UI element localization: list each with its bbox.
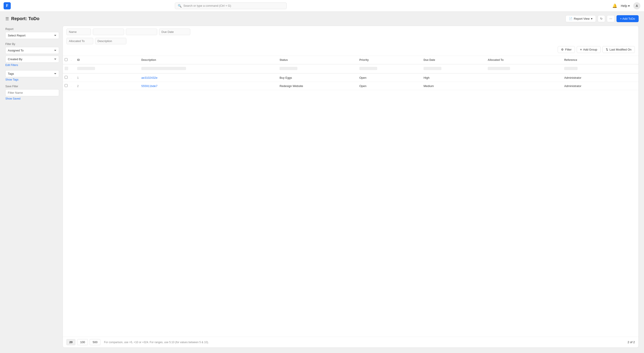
filter-button[interactable]: ⚙ Filter <box>558 46 575 53</box>
row-dot: . <box>70 82 74 90</box>
navbar-right: 🔔 Help ▾ A <box>612 2 640 10</box>
chevron-down-icon: ▾ <box>591 17 592 20</box>
show-tags-link[interactable]: Show Tags <box>5 78 18 81</box>
add-group-button[interactable]: ≡ Add Group <box>577 46 600 53</box>
table-row: . 2 555911bde7 Redesign Website Open Med… <box>63 82 638 90</box>
help-button[interactable]: Help ▾ <box>621 4 630 8</box>
footer-count: 2 of 2 <box>628 340 635 344</box>
refresh-icon: ↻ <box>600 17 603 20</box>
page-actions: 📄 Report View ▾ ↻ ⋯ + Add ToDo <box>566 15 639 22</box>
app-logo[interactable]: F <box>4 2 11 10</box>
filter-name-input[interactable] <box>5 89 59 96</box>
row-reference <box>624 73 638 82</box>
row-id-cell[interactable]: 555911bde7 <box>139 82 277 90</box>
col2-filter-input[interactable] <box>93 29 124 35</box>
row-num-cell: 1 <box>74 73 139 82</box>
table-toolbar: ⚙ Filter ≡ Add Group ⇅ Last Modified On <box>63 26 638 56</box>
table-row: . 1 ae3102432e Buy Eggs Open High Admini… <box>63 73 638 82</box>
add-group-label: Add Group <box>583 48 597 51</box>
avatar-letter: A <box>636 4 638 8</box>
edit-filters-link[interactable]: Edit Filters <box>5 64 18 67</box>
row-id-cell[interactable]: ae3102432e <box>139 73 277 82</box>
table-header-row: . ID Description Status Priority Due Dat… <box>63 56 638 64</box>
row-checkbox-cell <box>63 82 70 90</box>
footer-hint: For comparison, use >5, <10 or =324. For… <box>104 341 209 344</box>
page: ☰ Report: ToDo 📄 Report View ▾ ↻ ⋯ + Add… <box>0 12 644 353</box>
due-date-filter-input[interactable] <box>159 29 190 35</box>
report-view-label: Report View <box>574 17 590 20</box>
avatar[interactable]: A <box>633 2 640 10</box>
bell-icon[interactable]: 🔔 <box>612 3 617 8</box>
row-reference <box>624 82 638 90</box>
main-content: Report Select Report Filter By Assigned … <box>0 26 644 353</box>
header-priority: Priority <box>357 56 421 64</box>
assigned-to-dropdown[interactable]: Assigned To <box>5 47 59 54</box>
search-bar[interactable]: 🔍 Search or type a command (Ctrl + G) <box>175 3 287 9</box>
sidebar-tags-section: Tags Show Tags <box>5 70 59 81</box>
page-size-20-button[interactable]: 20 <box>66 339 75 345</box>
sidebar-toggle-icon[interactable]: ☰ <box>5 16 9 21</box>
header-description: Description <box>139 56 277 64</box>
row-allocated-to: Administrator <box>562 73 624 82</box>
page-size-100-button[interactable]: 100 <box>77 339 88 345</box>
sidebar-filter-section: Filter By Assigned To Created By Edit Fi… <box>5 43 59 67</box>
report-view-button[interactable]: 📄 Report View ▾ <box>566 15 596 22</box>
page-header: ☰ Report: ToDo 📄 Report View ▾ ↻ ⋯ + Add… <box>0 12 644 26</box>
last-modified-button[interactable]: ⇅ Last Modified On <box>602 46 635 53</box>
add-todo-button[interactable]: + Add ToDo <box>616 15 639 22</box>
row-status: Open <box>357 82 421 90</box>
sort-icon: ⇅ <box>606 48 608 51</box>
select-all-checkbox[interactable] <box>64 58 68 61</box>
header-allocated-to: Allocated To <box>485 56 562 64</box>
row-priority: Medium <box>421 82 485 90</box>
header-id: ID <box>74 56 139 64</box>
row-num-cell: 2 <box>74 82 139 90</box>
header-status: Status <box>277 56 357 64</box>
header-due-date: Due Date <box>421 56 485 64</box>
sidebar: Report Select Report Filter By Assigned … <box>5 26 59 348</box>
description-filter-input[interactable] <box>95 38 126 44</box>
row-description: Redesign Website <box>277 82 357 90</box>
row-due-date <box>485 82 562 90</box>
header-reference: Reference <box>562 56 624 64</box>
filter-label: Filter <box>565 48 572 51</box>
refresh-button[interactable]: ↻ <box>598 15 605 22</box>
page-title: Report: ToDo <box>11 16 39 21</box>
row-allocated-to: Administrator <box>562 82 624 90</box>
chevron-down-icon: ▾ <box>628 4 630 8</box>
filter-icon: ⚙ <box>561 48 564 51</box>
name-filter-input[interactable] <box>66 29 91 35</box>
row-checkbox-cell <box>63 73 70 82</box>
skeleton-row <box>63 64 638 73</box>
navbar: F 🔍 Search or type a command (Ctrl + G) … <box>0 0 644 12</box>
more-icon: ⋯ <box>609 17 612 20</box>
report-icon: 📄 <box>569 17 572 20</box>
help-label: Help <box>621 4 627 8</box>
row-due-date <box>485 73 562 82</box>
todo-table: . ID Description Status Priority Due Dat… <box>63 56 638 90</box>
filter-by-label: Filter By <box>5 43 59 46</box>
search-icon: 🔍 <box>178 4 182 8</box>
show-saved-link[interactable]: Show Saved <box>5 97 20 100</box>
add-todo-label: + Add ToDo <box>620 17 635 20</box>
created-by-dropdown[interactable]: Created By <box>5 56 59 63</box>
row-checkbox[interactable] <box>64 76 68 79</box>
tags-dropdown[interactable]: Tags <box>5 70 59 77</box>
last-modified-label: Last Modified On <box>610 48 632 51</box>
page-size-500-button[interactable]: 500 <box>90 339 100 345</box>
header-checkbox-cell <box>63 56 70 64</box>
header-dot-cell: . <box>70 56 74 64</box>
col3-filter-input[interactable] <box>126 29 157 35</box>
select-report-dropdown[interactable]: Select Report <box>5 32 59 39</box>
sidebar-save-filter-section: Save Filter Show Saved <box>5 85 59 100</box>
row-checkbox[interactable] <box>64 84 68 87</box>
table-footer: 20 100 500 For comparison, use >5, <10 o… <box>63 337 638 347</box>
row-dot: . <box>70 73 74 82</box>
allocated-filter-input[interactable] <box>66 38 93 44</box>
table-container: ⚙ Filter ≡ Add Group ⇅ Last Modified On <box>62 26 639 348</box>
data-table: . ID Description Status Priority Due Dat… <box>63 56 638 337</box>
more-button[interactable]: ⋯ <box>607 15 615 22</box>
row-status: Open <box>357 73 421 82</box>
page-title-area: ☰ Report: ToDo <box>5 16 39 21</box>
save-filter-label: Save Filter <box>5 85 59 88</box>
